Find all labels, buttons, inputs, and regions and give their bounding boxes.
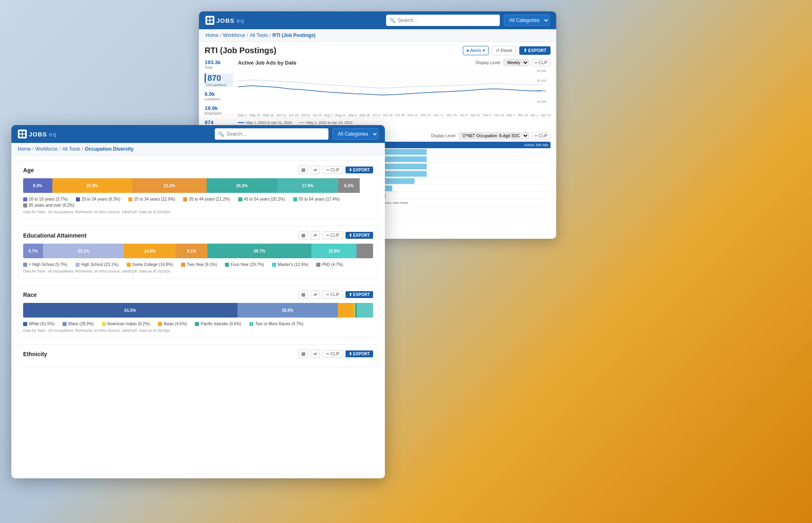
ethnicity-clip-button[interactable]: ✂ CLIP xyxy=(322,350,343,358)
age-seg-3: 21.2% xyxy=(132,178,207,193)
edu-grid-button[interactable]: ▦ xyxy=(298,231,308,240)
race-seg-6 xyxy=(357,303,373,318)
edu-seg-5: 29.7% xyxy=(207,244,311,258)
svg-rect-14 xyxy=(19,134,22,137)
rti-search-bar[interactable]: 🔍 xyxy=(386,15,500,26)
age-legend-2: 20 to 24 years (8.3%) xyxy=(76,197,121,201)
edu-filter-button[interactable]: ⇌ xyxy=(311,231,320,240)
occ-breadcrumb-home[interactable]: Home xyxy=(18,146,31,152)
race-seg-2: 28.9% xyxy=(238,303,338,318)
legend-prev-label: May 2, 2022 to Apr 23, 2023 xyxy=(307,121,352,125)
race-export-button[interactable]: ⬆ EXPORT xyxy=(346,291,373,298)
edu-legend-2-box xyxy=(76,263,80,267)
occ-category-dropdown[interactable]: All Categories xyxy=(333,128,378,140)
edu-export-button[interactable]: ⬆ EXPORT xyxy=(346,232,373,239)
age-clip-button[interactable]: ✂ CLIP xyxy=(322,166,343,174)
race-data-source: Data for Total - All Occupations, Richmo… xyxy=(23,328,373,333)
chart-title-row: Active Job Ads by Date Display Level: We… xyxy=(238,59,551,66)
edu-seg-1: 5.7% xyxy=(23,244,43,258)
ethnicity-grid-button[interactable]: ▦ xyxy=(298,350,308,358)
edu-seg-2: 23.1% xyxy=(43,244,124,258)
breadcrumb-home[interactable]: Home xyxy=(205,32,218,38)
edu-seg-3: 14.8% xyxy=(124,244,176,258)
edu-seg-7 xyxy=(356,244,373,258)
race-legend-4: Asian (4.6%) xyxy=(158,322,187,326)
svg-text:35,000: 35,000 xyxy=(537,100,546,104)
alerts-button[interactable]: ● Alerts ▾ xyxy=(463,46,489,55)
race-legend-6-label: Two or More Races (4.7%) xyxy=(255,322,303,326)
age-legend-3-label: 25 to 34 years (22.9%) xyxy=(134,197,175,201)
occ-breadcrumb-workforce[interactable]: Workforce xyxy=(35,146,57,152)
race-legend-2-box xyxy=(63,322,67,326)
race-legend-1-label: White (61.5%) xyxy=(29,322,54,326)
chart-title: Active Job Ads by Date xyxy=(238,60,296,66)
stat-locations: 6.9k Locations xyxy=(205,91,233,101)
occ-display-select[interactable]: O*NET Occupation: 8-digit SOC xyxy=(459,132,529,139)
export-button[interactable]: ⬆ EXPORT xyxy=(519,46,551,55)
occ-search-input[interactable] xyxy=(227,131,325,137)
race-legend: White (61.5%) Black (28.9%) American Ind… xyxy=(23,322,373,326)
edu-legend-6: Master's (12.9%) xyxy=(272,262,308,267)
stat-total-value: 193.3k xyxy=(205,59,233,65)
age-seg-5: 17.4% xyxy=(277,178,338,193)
age-legend-5-label: 45 to 54 years (20.2%) xyxy=(244,197,285,201)
edu-legend-7-box xyxy=(316,263,320,267)
occ-search-bar[interactable]: 🔍 xyxy=(215,128,328,140)
breadcrumb-all-tools[interactable]: All Tools xyxy=(250,32,268,38)
chart-clip-button[interactable]: ✂ CLIP xyxy=(531,59,551,66)
race-seg-3 xyxy=(338,303,354,318)
occ-clip-button[interactable]: ✂ CLIP xyxy=(531,132,551,139)
svg-rect-0 xyxy=(207,17,209,20)
race-filter-button[interactable]: ⇌ xyxy=(311,290,320,299)
rti-category-dropdown[interactable]: All Categories xyxy=(504,15,550,26)
age-data-source: Data for Total - All Occupations, Richmo… xyxy=(23,210,373,214)
display-level-select[interactable]: Weekly xyxy=(503,59,529,66)
race-clip-button[interactable]: ✂ CLIP xyxy=(322,291,343,298)
rti-header: JOBSeq 🔍 All Categories xyxy=(199,11,556,29)
ethnicity-filter-button[interactable]: ⇌ xyxy=(311,350,320,358)
logo-icon xyxy=(205,16,214,25)
age-section-actions: ▦ ⇌ ✂ CLIP ⬆ EXPORT xyxy=(298,166,373,174)
breadcrumb-workforce[interactable]: Workforce xyxy=(223,32,245,38)
occ-logo-icon xyxy=(18,130,27,138)
age-filter-button[interactable]: ⇌ xyxy=(311,166,320,174)
age-legend-5-box xyxy=(238,197,242,201)
age-seg-6: 6.2% xyxy=(338,178,360,193)
edu-clip-button[interactable]: ✂ CLIP xyxy=(322,231,343,239)
stat-occ-label: Occupations xyxy=(205,83,233,87)
ethnicity-section-actions: ▦ ⇌ ✂ CLIP ⬆ EXPORT xyxy=(298,350,373,358)
occ-breadcrumb-all-tools[interactable]: All Tools xyxy=(62,146,80,152)
ethnicity-section-header: Ethnicity ▦ ⇌ ✂ CLIP ⬆ EXPORT xyxy=(23,350,373,358)
age-legend-1: 16 to 19 years (3.7%) xyxy=(23,197,68,201)
occ-logo-eq: eq xyxy=(49,131,57,138)
race-section-header: Race ▦ ⇌ ✂ CLIP ⬆ EXPORT xyxy=(23,290,373,299)
chart-x-labels: May 1May 15May 29Jun 12Jun 26Jul 10Jul 2… xyxy=(238,113,551,117)
display-level-control: Display Level: Weekly ✂ CLIP xyxy=(476,59,551,66)
age-grid-button[interactable]: ▦ xyxy=(298,166,308,174)
age-legend-6-label: 55 to 64 years (17.4%) xyxy=(299,197,340,201)
age-legend-6: 55 to 64 years (17.4%) xyxy=(293,197,340,201)
occ-search-icon: 🔍 xyxy=(218,131,224,137)
age-legend-6-box xyxy=(293,197,297,201)
age-section-header: Age ▦ ⇌ ✂ CLIP ⬆ EXPORT xyxy=(23,166,373,174)
reset-button[interactable]: ↺ Reset xyxy=(492,46,516,55)
rti-search-input[interactable] xyxy=(398,17,497,23)
age-export-button[interactable]: ⬆ EXPORT xyxy=(346,166,373,173)
race-grid-button[interactable]: ▦ xyxy=(298,290,308,299)
stat-occupations[interactable]: 870 Occupations xyxy=(205,73,233,87)
ethnicity-export-button[interactable]: ⬆ EXPORT xyxy=(346,350,373,357)
stat-total: 193.3k Total xyxy=(205,59,233,69)
race-legend-4-label: Asian (4.6%) xyxy=(164,322,187,326)
race-section: Race ▦ ⇌ ✂ CLIP ⬆ EXPORT 61.5% 28.9% xyxy=(18,285,378,338)
age-legend-5: 45 to 54 years (20.2%) xyxy=(238,197,285,201)
edu-legend-6-box xyxy=(272,263,276,267)
age-seg-2: 22.9% xyxy=(52,178,132,193)
chart-legend: May 1, 2023 to Apr 21, 2024 May 2, 2022 … xyxy=(238,121,551,125)
edu-data-source: Data for Total - All Occupations, Richmo… xyxy=(23,269,373,273)
race-legend-1: White (61.5%) xyxy=(23,322,54,326)
legend-prev-color xyxy=(298,122,305,123)
legend-current-color xyxy=(238,122,244,123)
edu-legend-2-label: High School (23.1%) xyxy=(81,262,119,267)
jobseq-logo: JOBSeq xyxy=(205,16,244,25)
rti-page-title: RTI (Job Postings) xyxy=(205,46,276,55)
